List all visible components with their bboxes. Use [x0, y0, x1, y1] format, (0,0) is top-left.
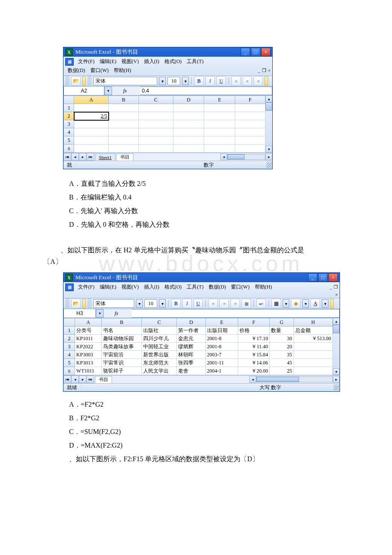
- cell[interactable]: 老舍: [177, 367, 205, 375]
- scroll-left-icon[interactable]: ◂: [249, 376, 256, 383]
- doc-minimize-button[interactable]: _: [330, 284, 332, 290]
- cell[interactable]: 趣味动物乐园: [102, 335, 142, 343]
- menu-view[interactable]: 视图(V): [119, 58, 141, 66]
- col-header-F[interactable]: F: [235, 96, 265, 104]
- cell[interactable]: 金忠元: [177, 335, 205, 343]
- row-header[interactable]: 4: [64, 128, 74, 136]
- bold-button[interactable]: B: [194, 76, 204, 86]
- row-header[interactable]: 1: [64, 327, 75, 335]
- font-size-selector[interactable]: 10: [167, 77, 180, 85]
- doc-restore-button[interactable]: ❐: [262, 68, 266, 73]
- formula-bar[interactable]: [132, 309, 340, 318]
- cell[interactable]: 宇宙前沿: [102, 351, 142, 359]
- col-header-B[interactable]: B: [102, 318, 142, 327]
- cell[interactable]: [294, 359, 332, 367]
- scroll-left-icon[interactable]: ◂: [220, 153, 227, 160]
- resize-grip-icon[interactable]: [334, 384, 340, 390]
- doc-menu-icon[interactable]: ▦: [65, 283, 74, 291]
- col-header-C[interactable]: C: [138, 96, 173, 104]
- cell[interactable]: 30: [269, 335, 294, 343]
- cell[interactable]: 45: [269, 359, 294, 367]
- cell[interactable]: 出版社: [141, 327, 177, 335]
- sheet-nav-prev-icon[interactable]: ◂: [71, 376, 79, 383]
- cell[interactable]: ￥11.40: [238, 343, 270, 351]
- menu-window[interactable]: 窗口(W): [228, 283, 252, 291]
- menu-help[interactable]: 帮助(H): [252, 283, 275, 291]
- vertical-scrollbar[interactable]: ▴ ▾: [333, 318, 340, 375]
- sheet-tab-active[interactable]: 书目: [116, 153, 133, 161]
- menu-tools[interactable]: 工具(T): [184, 58, 206, 66]
- font-name-dropdown-icon[interactable]: ▾: [136, 299, 143, 308]
- cell[interactable]: 鸟类趣味故事: [102, 343, 142, 351]
- menu-help[interactable]: 帮助(H): [111, 66, 134, 75]
- toolbar-overflow[interactable]: [82, 299, 86, 308]
- row-header[interactable]: 5: [64, 359, 75, 367]
- window-close-button[interactable]: ×: [261, 48, 271, 56]
- doc-minimize-button[interactable]: _: [258, 68, 260, 73]
- row-header[interactable]: 2: [64, 112, 74, 120]
- cell[interactable]: 2003-7: [205, 351, 238, 359]
- menu-view[interactable]: 视图(V): [119, 283, 141, 291]
- cell[interactable]: 新世界出版: [141, 351, 177, 359]
- font-name-selector[interactable]: 宋体: [93, 77, 157, 85]
- cell[interactable]: 林朝晖: [177, 351, 205, 359]
- cell[interactable]: KP3003: [75, 351, 102, 359]
- underline-button[interactable]: U: [216, 76, 226, 86]
- col-header-E[interactable]: E: [204, 96, 235, 104]
- cell[interactable]: 价格: [238, 327, 270, 335]
- row-header[interactable]: 3: [64, 120, 74, 128]
- merge-center-button[interactable]: ▦: [242, 299, 251, 308]
- sheet-tab[interactable]: Sheet1: [95, 153, 115, 161]
- toolbar-handle-2[interactable]: [87, 76, 92, 86]
- name-box[interactable]: [63, 309, 96, 318]
- cell[interactable]: 总金额: [294, 327, 332, 335]
- cell[interactable]: 人民文学出: [141, 367, 177, 375]
- align-left-button[interactable]: ≡: [208, 299, 218, 308]
- cell[interactable]: 张四季: [177, 359, 205, 367]
- select-all-button[interactable]: [64, 318, 75, 327]
- cell[interactable]: 缪炳辉: [177, 343, 205, 351]
- menu-data[interactable]: 数据(D): [206, 283, 229, 291]
- font-size-dropdown-icon[interactable]: ▾: [182, 77, 189, 85]
- menu-file[interactable]: 文件(F): [75, 283, 97, 291]
- align-right-button[interactable]: ≡: [254, 76, 263, 86]
- row-header[interactable]: 5: [64, 136, 74, 145]
- toolbar-overflow[interactable]: [82, 76, 86, 86]
- row-header[interactable]: 1: [64, 104, 74, 112]
- col-header-E[interactable]: E: [205, 318, 238, 327]
- cell[interactable]: ￥14.06: [238, 359, 270, 367]
- scroll-track[interactable]: [265, 111, 272, 146]
- row-header[interactable]: 6: [64, 367, 75, 375]
- vertical-scrollbar[interactable]: ▴ ▾: [265, 95, 272, 153]
- window-maximize-button[interactable]: □: [251, 48, 260, 56]
- cell[interactable]: [294, 367, 332, 375]
- row-header[interactable]: 6: [64, 145, 74, 153]
- menu-tools[interactable]: 工具(T): [184, 283, 206, 291]
- align-center-button[interactable]: ≡: [242, 76, 252, 86]
- italic-button[interactable]: I: [205, 76, 215, 86]
- name-box-dropdown-icon[interactable]: ▾: [104, 87, 112, 95]
- sheet-nav-last-icon[interactable]: ⏭: [86, 376, 94, 383]
- window-close-button[interactable]: ×: [329, 273, 338, 282]
- cell[interactable]: 2001-11: [205, 359, 238, 367]
- toolbar-overflow-2[interactable]: [265, 76, 268, 86]
- menu-edit[interactable]: 编辑(E): [97, 58, 119, 66]
- window-minimize-button[interactable]: _: [308, 273, 317, 282]
- cell[interactable]: ￥17.10: [238, 335, 270, 343]
- cell[interactable]: ￥20.00: [238, 367, 270, 375]
- col-header-F[interactable]: F: [238, 318, 270, 327]
- cell[interactable]: [294, 343, 332, 351]
- spreadsheet-grid[interactable]: A B C D E F G H 1 分类号 书名 出版社 第一作者: [63, 318, 333, 375]
- fill-color-button[interactable]: ◆: [291, 299, 300, 308]
- cell[interactable]: 数量: [269, 327, 294, 335]
- cell[interactable]: 东北师范大: [141, 359, 177, 367]
- font-color-button[interactable]: A: [311, 299, 320, 308]
- cell[interactable]: 中国轻工业: [141, 343, 177, 351]
- italic-button[interactable]: I: [182, 299, 192, 308]
- font-color-dropdown-icon[interactable]: ▾: [322, 299, 329, 308]
- open-button[interactable]: 📂: [71, 76, 81, 86]
- doc-menu-icon[interactable]: ▦: [65, 58, 74, 66]
- cell[interactable]: 25: [269, 367, 294, 375]
- col-header-B[interactable]: B: [109, 96, 139, 104]
- scroll-down-icon[interactable]: ▾: [265, 146, 272, 153]
